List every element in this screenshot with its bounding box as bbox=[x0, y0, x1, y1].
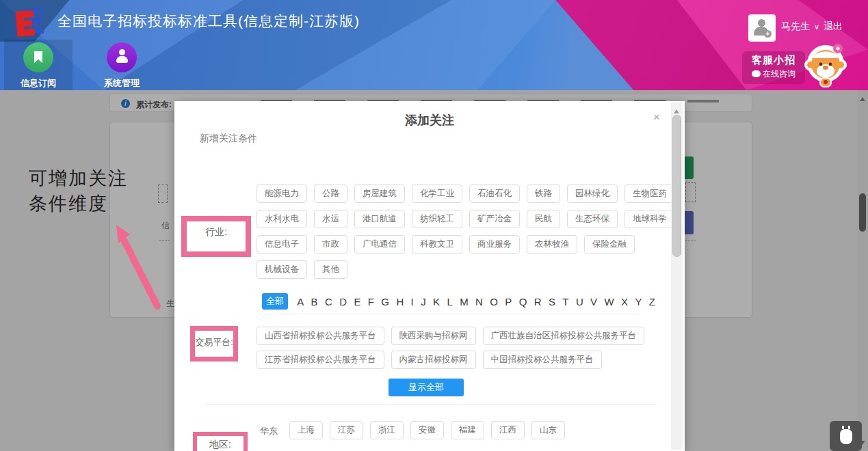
platform-tag[interactable]: 陕西采购与招标网 bbox=[391, 327, 476, 345]
industry-tag[interactable]: 广电通信 bbox=[354, 235, 405, 254]
alphabet-letter[interactable]: R bbox=[534, 296, 542, 308]
platform-tag-row: 江苏省招标投标公共服务平台内蒙古招标投标网中国招标投标公共服务平台 bbox=[257, 351, 602, 369]
alphabet-letter[interactable]: B bbox=[311, 296, 318, 308]
alphabet-letter[interactable]: E bbox=[354, 296, 360, 308]
industry-tag-row: 能源电力公路房屋建筑化学工业石油石化铁路园林绿化生物医药 bbox=[257, 184, 675, 203]
industry-tag[interactable]: 石油石化 bbox=[469, 184, 520, 203]
nav-item-label: 信息订阅 bbox=[5, 77, 71, 90]
modal-scrollbar[interactable] bbox=[671, 102, 683, 450]
alphabet-letter[interactable]: I bbox=[411, 296, 414, 308]
industry-tag[interactable]: 农林牧渔 bbox=[527, 235, 577, 254]
online-consult: 在线咨询 bbox=[742, 68, 805, 80]
region-tag[interactable]: 江西 bbox=[491, 421, 525, 439]
nav-item-label: 系统管理 bbox=[89, 77, 155, 90]
industry-tag[interactable]: 水运 bbox=[314, 210, 347, 228]
industry-tag[interactable]: 铁路 bbox=[527, 184, 560, 203]
industry-tag[interactable]: 信息电子 bbox=[257, 235, 307, 254]
alphabet-letter[interactable]: J bbox=[421, 296, 426, 308]
mascot-icon[interactable] bbox=[802, 39, 850, 90]
alphabet-letter[interactable]: T bbox=[562, 296, 568, 308]
app-root: 全国电子招标投标标准工具(信息定制-江苏版) 信息订阅 系统管理 + 马先生∨退… bbox=[0, 0, 868, 451]
plus-icon: + bbox=[764, 30, 772, 38]
alphabet-letter[interactable]: L bbox=[447, 296, 452, 308]
alphabet-letter[interactable]: K bbox=[433, 296, 440, 308]
industry-tag-row: 机械设备其他 bbox=[257, 260, 347, 279]
alphabet-letter[interactable]: X bbox=[621, 296, 628, 308]
alphabet-letter[interactable]: H bbox=[396, 296, 404, 308]
alphabet-letter[interactable]: N bbox=[475, 296, 483, 308]
industry-tag[interactable]: 港口航道 bbox=[354, 210, 405, 228]
alphabet-letter[interactable]: U bbox=[576, 296, 583, 308]
industry-tag[interactable]: 矿产冶金 bbox=[469, 210, 520, 228]
customer-service-badge[interactable]: 客服小招 在线咨询 bbox=[742, 51, 805, 84]
alphabet-letter[interactable]: A bbox=[297, 296, 304, 308]
region-tag[interactable]: 浙江 bbox=[370, 421, 404, 439]
app-logo-icon bbox=[11, 5, 53, 41]
person-add-icon bbox=[758, 19, 765, 27]
plug-icon bbox=[840, 429, 852, 444]
sidebar-item-system-management[interactable]: 系统管理 bbox=[89, 42, 155, 90]
alphabet-letter[interactable]: Y bbox=[635, 296, 642, 308]
platform-tag[interactable]: 内蒙古招标投标网 bbox=[391, 351, 476, 369]
alphabet-letter[interactable]: M bbox=[460, 296, 469, 308]
region-tag[interactable]: 上海 bbox=[289, 421, 323, 439]
chat-bubble-icon bbox=[752, 70, 761, 77]
platform-tag[interactable]: 山西省招标投标公共服务平台 bbox=[257, 327, 384, 345]
alphabet-letter[interactable]: W bbox=[604, 296, 614, 308]
industry-label: 行业: bbox=[187, 221, 246, 238]
industry-tag[interactable]: 能源电力 bbox=[257, 184, 307, 203]
alphabet-letter[interactable]: P bbox=[505, 296, 512, 308]
alphabet-letters: ABCDEFGHIJKLMNOPQRSTUVWXYZ bbox=[293, 296, 659, 308]
alphabet-letter[interactable]: F bbox=[368, 296, 374, 308]
industry-tag[interactable]: 民航 bbox=[527, 210, 560, 228]
industry-tag[interactable]: 生物医药 bbox=[624, 184, 675, 203]
platform-tag[interactable]: 江苏省招标投标公共服务平台 bbox=[257, 351, 384, 369]
modal-scrollbar-thumb[interactable] bbox=[672, 115, 681, 257]
modal-title: 添加关注 bbox=[174, 112, 685, 128]
user-icon bbox=[107, 42, 137, 72]
alphabet-all-button[interactable]: 全部 bbox=[262, 293, 288, 310]
scroll-up-icon[interactable] bbox=[674, 107, 679, 113]
section-divider bbox=[205, 405, 657, 405]
add-follow-modal: 添加关注 × 新增关注条件 行业: 能源电力公路房屋建筑化学工业石油石化铁路园林… bbox=[174, 101, 685, 451]
industry-tag[interactable]: 市政 bbox=[314, 235, 347, 254]
region-tag[interactable]: 山东 bbox=[531, 421, 565, 439]
floating-tool-button[interactable] bbox=[830, 421, 862, 451]
region-tag[interactable]: 安徽 bbox=[410, 421, 444, 439]
industry-tag[interactable]: 房屋建筑 bbox=[354, 184, 405, 203]
industry-tag[interactable]: 商业服务 bbox=[469, 235, 520, 254]
industry-tag[interactable]: 公路 bbox=[314, 184, 347, 203]
alphabet-letter[interactable]: D bbox=[339, 296, 347, 308]
alphabet-letter[interactable]: C bbox=[325, 296, 332, 308]
logout-button[interactable]: 退出 bbox=[824, 20, 843, 31]
chevron-down-icon[interactable]: ∨ bbox=[814, 23, 819, 31]
user-area: 马先生∨退出 bbox=[781, 20, 847, 33]
industry-tag[interactable]: 水利水电 bbox=[257, 210, 307, 228]
industry-tag[interactable]: 保险金融 bbox=[584, 235, 635, 254]
region-tag[interactable]: 福建 bbox=[451, 421, 484, 439]
industry-tag[interactable]: 其他 bbox=[314, 260, 347, 279]
alphabet-letter[interactable]: Q bbox=[519, 296, 527, 308]
platform-tag[interactable]: 广西壮族自治区招标投标公共服务平台 bbox=[483, 327, 645, 345]
alphabet-letter[interactable]: S bbox=[549, 296, 555, 308]
industry-tag[interactable]: 科教文卫 bbox=[412, 235, 462, 254]
industry-tag-row: 信息电子市政广电通信科教文卫商业服务农林牧渔保险金融 bbox=[257, 235, 635, 254]
region-tag[interactable]: 江苏 bbox=[330, 421, 363, 439]
industry-tag[interactable]: 园林绿化 bbox=[567, 184, 618, 203]
sidebar-item-info-subscription[interactable]: 信息订阅 bbox=[5, 42, 71, 90]
alphabet-letter[interactable]: Z bbox=[649, 296, 655, 308]
industry-tag[interactable]: 机械设备 bbox=[257, 260, 307, 279]
alphabet-filter: 全部 ABCDEFGHIJKLMNOPQRSTUVWXYZ bbox=[262, 293, 659, 310]
alphabet-letter[interactable]: G bbox=[381, 296, 389, 308]
platform-tag-row: 山西省招标投标公共服务平台陕西采购与招标网广西壮族自治区招标投标公共服务平台 bbox=[257, 327, 644, 345]
alphabet-letter[interactable]: V bbox=[590, 296, 597, 308]
close-icon[interactable]: × bbox=[653, 111, 660, 124]
show-all-button[interactable]: 显示全部 bbox=[389, 379, 464, 396]
industry-tag[interactable]: 生态环保 bbox=[567, 210, 618, 228]
industry-tag[interactable]: 地球科学 bbox=[624, 210, 675, 228]
alphabet-letter[interactable]: O bbox=[490, 296, 498, 308]
industry-tag[interactable]: 化学工业 bbox=[412, 184, 462, 203]
platform-tag[interactable]: 中国招标投标公共服务平台 bbox=[483, 351, 602, 369]
industry-tag[interactable]: 纺织轻工 bbox=[412, 210, 462, 228]
avatar[interactable]: + bbox=[748, 14, 776, 42]
